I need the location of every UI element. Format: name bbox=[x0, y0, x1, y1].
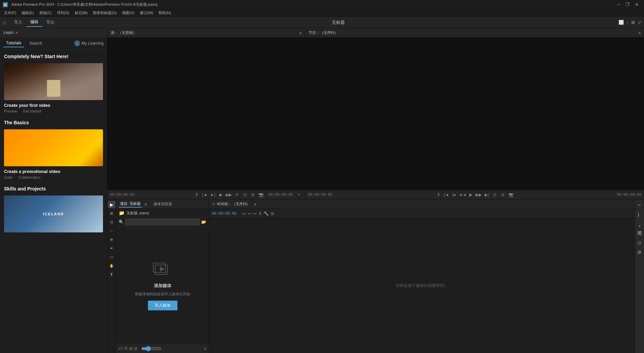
tool-rotate[interactable]: ↔ bbox=[108, 227, 115, 234]
program-fwd[interactable]: ▶| bbox=[483, 191, 490, 198]
tool-ripple[interactable]: ⊡ bbox=[108, 218, 115, 226]
layout-icon[interactable]: ⊞ bbox=[631, 20, 635, 25]
close-button[interactable]: ✕ bbox=[635, 2, 639, 7]
tools-panel: ▶ ⊞ ⊡ ↔ ⊕ ✒ ▭ ✋ T bbox=[107, 200, 116, 353]
learn-content: Completely New? Start Here! Create your … bbox=[0, 50, 107, 243]
tab-import[interactable]: 导入 bbox=[10, 18, 26, 27]
tab-tutorials[interactable]: Tutorials bbox=[3, 39, 24, 47]
tool-track-select[interactable]: ⊞ bbox=[108, 210, 115, 217]
program-panel-header: 节目：（无序列） ≡ bbox=[305, 28, 644, 38]
source-overwrite[interactable]: ⊟ bbox=[250, 191, 256, 198]
media-placeholder-icon bbox=[153, 260, 173, 280]
program-camera[interactable]: 📷 bbox=[507, 191, 514, 198]
sidebar-smile-btn[interactable]: ☺ bbox=[635, 238, 644, 247]
source-insert[interactable]: ⊡ bbox=[241, 191, 248, 198]
tab-search[interactable]: Search bbox=[27, 40, 45, 47]
tutorial-card-2[interactable]: Create a promotional video Color · Colla… bbox=[4, 129, 103, 179]
main-layout: Learn ≡ Tutorials Search 👤 My Learning C… bbox=[0, 28, 644, 353]
menu-window[interactable]: 窗口(W) bbox=[137, 10, 156, 16]
project-panel-header: 项目: 无标题 ≡ 媒体浏览器 bbox=[116, 200, 209, 209]
maximize-icon[interactable]: ⬜ bbox=[619, 20, 624, 25]
zoom-slider[interactable] bbox=[141, 346, 161, 351]
menu-clip[interactable]: 剪辑(C) bbox=[37, 10, 54, 16]
minimize-button[interactable]: ─ bbox=[617, 2, 620, 7]
my-learning-button[interactable]: 👤 My Learning bbox=[74, 40, 104, 46]
source-loop[interactable]: ↺ bbox=[233, 191, 240, 198]
program-rewind[interactable]: ◄◄ bbox=[459, 191, 466, 198]
source-panel-menu[interactable]: ≡ bbox=[300, 31, 302, 35]
menu-mark[interactable]: 标记(M) bbox=[72, 10, 91, 16]
menu-sequence[interactable]: 序列(S) bbox=[54, 10, 72, 16]
search-row: 🔍 📂 bbox=[116, 217, 209, 227]
menu-help[interactable]: 帮助(H) bbox=[156, 10, 173, 16]
program-lift[interactable]: ⊡ bbox=[491, 191, 498, 198]
tl-btn-1[interactable]: ↦ bbox=[243, 211, 246, 216]
sidebar-minus-btn[interactable]: − bbox=[635, 201, 644, 210]
program-panel-menu[interactable]: ≡ bbox=[639, 31, 641, 35]
tool-rect[interactable]: ▭ bbox=[108, 253, 115, 261]
tl-btn-6[interactable]: ⊞ bbox=[271, 211, 274, 216]
tab-export[interactable]: 导出 bbox=[42, 18, 58, 27]
tab-edit[interactable]: 编辑 bbox=[26, 18, 42, 27]
program-step-back[interactable]: |◄ bbox=[443, 191, 450, 198]
fullscreen-icon[interactable]: ⤢ bbox=[638, 20, 641, 25]
project-menu-icon[interactable]: ≡ bbox=[145, 202, 147, 206]
tl-btn-2[interactable]: ↤ bbox=[248, 211, 251, 216]
source-step-fwd[interactable]: ►| bbox=[209, 191, 216, 198]
search-magnifier-icon: 🔍 bbox=[119, 220, 124, 224]
search-input[interactable] bbox=[125, 219, 200, 225]
program-step-fwd[interactable]: |► bbox=[451, 191, 458, 198]
learn-menu-icon[interactable]: ≡ bbox=[16, 31, 18, 35]
export-icon[interactable]: ↑ bbox=[627, 20, 629, 25]
detail-view-icon[interactable]: ⊟ bbox=[134, 346, 137, 351]
sidebar-moon-btn[interactable]: ） bbox=[635, 210, 644, 219]
source-camera[interactable]: 📷 bbox=[258, 191, 264, 198]
tl-btn-5[interactable]: 🔧 bbox=[264, 211, 269, 216]
tl-btn-4[interactable]: ⊼ bbox=[259, 211, 262, 216]
timeline-timecode: 00:00:00:00 bbox=[212, 211, 236, 216]
tool-selection[interactable]: ▶ bbox=[108, 201, 115, 208]
menu-view[interactable]: 视图(V) bbox=[119, 10, 137, 16]
color-tag-icon[interactable]: 🏷 bbox=[119, 346, 123, 351]
tutorial-card-1[interactable]: Create your first video Preview · Get st… bbox=[4, 63, 103, 113]
menu-bar: 文件(F) 编辑(E) 剪辑(C) 序列(S) 标记(M) 图形和标题(G) 视… bbox=[0, 9, 644, 17]
media-browser-tab[interactable]: 媒体浏览器 bbox=[152, 201, 173, 207]
tutorial-card-3[interactable]: ICELAND bbox=[4, 195, 103, 232]
source-panel-content bbox=[107, 38, 305, 190]
basics-divider: The Basics bbox=[4, 120, 103, 125]
sidebar-gear-btn[interactable]: ⚙ bbox=[635, 248, 644, 257]
list-view-icon[interactable]: ☰ bbox=[124, 346, 128, 351]
menu-edit[interactable]: 编辑(E) bbox=[19, 10, 37, 16]
tool-pen[interactable]: ✒ bbox=[108, 245, 115, 252]
source-play[interactable]: ▶ bbox=[217, 191, 224, 198]
menu-graphics[interactable]: 图形和标题(G) bbox=[90, 10, 119, 16]
project-tab[interactable]: 项目: 无标题 bbox=[119, 201, 142, 208]
media-folder-icon[interactable]: 📂 bbox=[201, 220, 206, 224]
program-extract[interactable]: ⊟ bbox=[499, 191, 506, 198]
menu-file[interactable]: 文件(F) bbox=[1, 10, 19, 16]
sidebar-comma-btn[interactable]: ， bbox=[635, 220, 644, 228]
app-icon: Pr bbox=[3, 2, 8, 7]
program-fast-fwd[interactable]: ▶▶ bbox=[475, 191, 482, 198]
home-button[interactable]: ⌂ bbox=[3, 19, 6, 26]
timeline-close-btn[interactable]: ✕ bbox=[212, 202, 215, 206]
program-mark-in[interactable]: ⊼ bbox=[435, 191, 442, 198]
tl-btn-3[interactable]: ↣ bbox=[253, 211, 257, 216]
source-play-fwd[interactable]: ▶▶ bbox=[225, 191, 232, 198]
tool-type[interactable]: T bbox=[108, 271, 115, 278]
import-media-button[interactable]: 导入媒体 bbox=[148, 301, 177, 310]
sidebar-chinese-btn[interactable]: 简 bbox=[635, 229, 644, 238]
restore-button[interactable]: ❐ bbox=[626, 2, 630, 7]
tool-hand[interactable]: ✋ bbox=[108, 262, 115, 269]
program-panel: 节目：（无序列） ≡ 00:00:00:00 ⊼ |◄ |► ◄◄ ▶ ▶▶ ▶… bbox=[305, 28, 644, 199]
timeline-menu-icon[interactable]: ≡ bbox=[254, 202, 256, 206]
source-add[interactable]: + bbox=[296, 191, 302, 198]
tool-zoom[interactable]: ⊕ bbox=[108, 236, 115, 243]
footer-menu-icon[interactable]: ≡ bbox=[204, 346, 206, 351]
source-mark-in[interactable]: ⊼ bbox=[193, 191, 200, 198]
my-learning-label: My Learning bbox=[82, 41, 104, 46]
completely-new-heading: Completely New? Start Here! bbox=[4, 54, 103, 59]
program-play[interactable]: ▶ bbox=[467, 191, 474, 198]
grid-view-icon[interactable]: ⊞ bbox=[129, 346, 132, 351]
source-step-back[interactable]: |◄ bbox=[201, 191, 208, 198]
